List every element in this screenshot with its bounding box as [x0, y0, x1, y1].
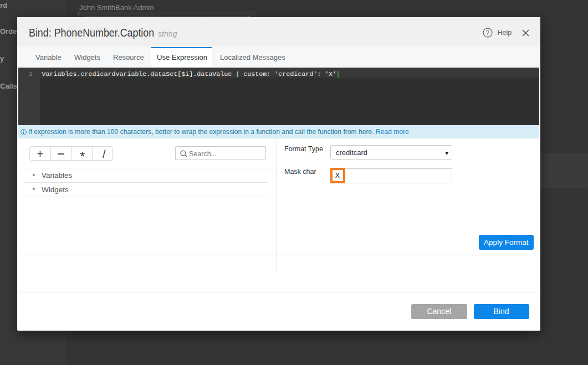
svg-text:?: ?	[486, 29, 489, 36]
